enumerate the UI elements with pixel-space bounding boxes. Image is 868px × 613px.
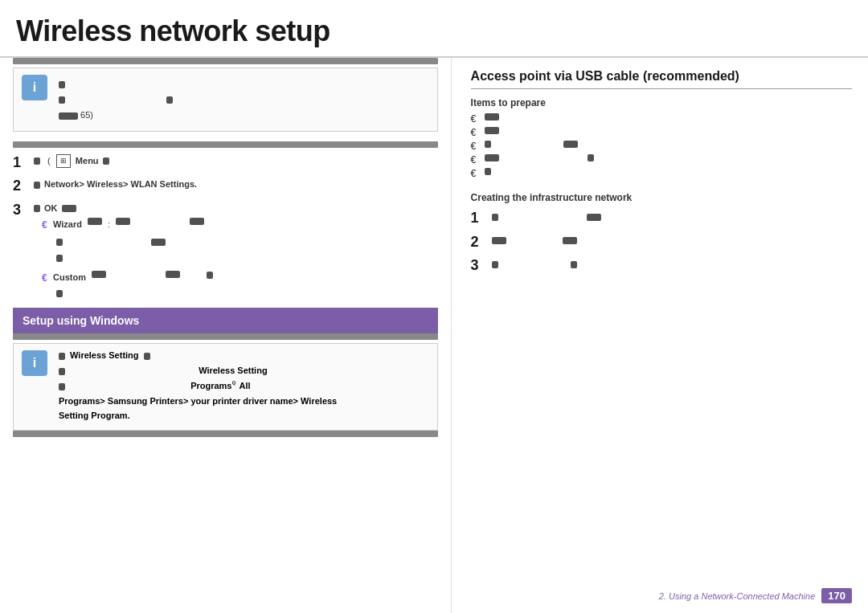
blur-2 — [59, 96, 65, 104]
custom-line-2 — [55, 287, 438, 300]
wireless-setting-box: Wireless Setting Wireless Setting — [13, 343, 438, 431]
step-2-path: Network> Wireless> WLAN Settings. — [44, 179, 197, 189]
blur-ws2 — [144, 353, 150, 360]
blur-cl1 — [56, 290, 63, 297]
info-icon — [22, 75, 47, 100]
list-item-4: € — [471, 154, 852, 166]
text-line-2 — [59, 93, 429, 107]
text-line-1 — [59, 77, 429, 91]
step-2-row: 2 Network> Wireless> WLAN Settings. — [13, 178, 438, 195]
blur-4 — [59, 112, 78, 120]
euro-5: € — [471, 168, 481, 179]
footer-page-number: 170 — [821, 588, 852, 603]
wireless-setting-inner: Wireless Setting Wireless Setting — [14, 344, 437, 430]
blur-ws1 — [59, 353, 65, 360]
wizard-row: € Wizard : — [42, 218, 438, 232]
right-step-3-row: 3 — [471, 257, 852, 275]
blur-rs3a — [492, 261, 498, 268]
list-item-3: € — [471, 141, 852, 152]
right-step-3-content — [490, 257, 852, 271]
bullet-char-1: € — [42, 218, 50, 232]
step-3-content: OK € Wizard : — [32, 202, 438, 300]
blur-c2 — [166, 271, 180, 278]
ws-line-4: Setting Program. — [59, 408, 429, 423]
page-title: Wireless network setup — [16, 14, 852, 48]
left-column: 65) 1 ( ⊞ Menu — [0, 58, 452, 613]
blur-rs3b — [571, 261, 577, 268]
wireless-setting-header: Wireless Setting Wireless Setting — [22, 350, 429, 423]
blur-c1 — [92, 271, 106, 278]
step-1-number: 1 — [13, 154, 26, 172]
blur-rs2a — [492, 237, 506, 244]
right-step-2-number: 2 — [471, 234, 484, 251]
euro-3: € — [471, 141, 481, 152]
section-box-inner-1: 65) — [14, 68, 437, 131]
step-1-content: ( ⊞ Menu — [32, 154, 438, 169]
right-step-1-row: 1 — [471, 210, 852, 227]
blur-s2 — [34, 182, 40, 189]
blur-1 — [59, 81, 65, 88]
text-line-3: 65) — [59, 108, 429, 122]
euro-4: € — [471, 154, 481, 166]
wireless-setting-content: Wireless Setting Wireless Setting — [59, 350, 429, 423]
bullet-char-2: € — [42, 271, 50, 285]
wireless-info-icon — [22, 350, 47, 376]
step-1-menu-label: Menu — [76, 156, 99, 166]
second-gray-bar — [13, 141, 438, 148]
page-header: Wireless network setup — [0, 0, 868, 58]
blur-w1 — [88, 218, 102, 225]
blur-wsd1 — [59, 368, 65, 375]
step-3-row: 3 OK € Wizard : — [13, 202, 438, 300]
ws-line-3: Programs> Samsung Printers> your printer… — [59, 394, 429, 409]
right-step-3-number: 3 — [471, 257, 484, 275]
wizard-line-2 — [55, 250, 438, 266]
wizard-details — [55, 234, 438, 266]
blur-s3b — [62, 205, 76, 212]
creating-network-heading: Creating the infrastructure network — [471, 192, 852, 203]
blur-r1 — [485, 113, 499, 121]
section-text-lines: 65) — [59, 75, 429, 125]
blur-rs1a — [492, 214, 498, 221]
step-3-ok: OK — [44, 203, 58, 213]
menu-icon: ⊞ — [56, 154, 71, 169]
blur-r4a — [485, 154, 499, 161]
blur-wsd2 — [59, 383, 65, 390]
blur-wl1a — [56, 239, 63, 246]
blur-wl1b — [151, 239, 166, 246]
wireless-setting-desc: Wireless Setting Programsꟴ All Programs>… — [59, 363, 429, 423]
step-2-number: 2 — [13, 178, 26, 195]
sub-bullet-wizard: € Wizard : — [42, 218, 438, 266]
blur-rs1b — [587, 214, 601, 221]
content-area: 65) 1 ( ⊞ Menu — [0, 58, 868, 613]
top-gray-bar — [13, 58, 438, 64]
blur-r3b — [563, 141, 578, 148]
list-item-2: € — [471, 127, 852, 138]
blur-r5 — [485, 168, 491, 175]
blur-wl2 — [56, 255, 63, 262]
page-container: Wireless network setup — [0, 0, 868, 613]
blur-c3 — [207, 272, 213, 279]
step-1-row: 1 ( ⊞ Menu — [13, 154, 438, 172]
blur-w2 — [116, 218, 130, 225]
right-step-2-content — [490, 234, 852, 247]
wizard-line-1 — [55, 234, 438, 250]
setup-windows-banner: Setup using Windows — [13, 308, 438, 333]
footer-text: 2. Using a Network-Connected Machine — [659, 591, 815, 601]
bottom-gray-bar — [13, 431, 438, 437]
euro-1: € — [471, 113, 481, 125]
blur-s1a — [34, 157, 40, 165]
blur-r4b — [588, 154, 594, 161]
step-2-content: Network> Wireless> WLAN Settings. — [32, 178, 438, 191]
section-box-1: 65) — [13, 67, 438, 132]
wizard-label: Wizard — [53, 218, 82, 231]
third-gray-bar — [13, 333, 438, 340]
list-item-1: € — [471, 113, 852, 125]
custom-row: € Custom — [42, 271, 438, 285]
page-footer: 2. Using a Network-Connected Machine 170 — [659, 588, 852, 603]
right-step-1-number: 1 — [471, 210, 484, 227]
sub-bullet-custom: € Custom — [42, 271, 438, 300]
blur-r3a — [485, 141, 491, 148]
ws-line-1: Wireless Setting — [59, 363, 429, 378]
right-step-1-content — [490, 210, 852, 223]
list-item-5: € — [471, 168, 852, 179]
